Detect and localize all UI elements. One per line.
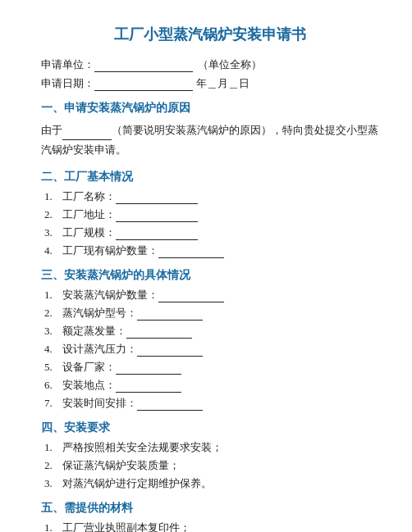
list-num: 3. xyxy=(44,477,62,490)
list-num: 2. xyxy=(44,459,62,472)
section4-list: 1. 严格按照相关安全法规要求安装； 2. 保证蒸汽锅炉安装质量； 3. 对蒸汽… xyxy=(41,440,379,491)
list-text: 工厂地址： xyxy=(62,207,379,222)
list-item: 4. 工厂现有锅炉数量： xyxy=(41,243,379,258)
list-text: 额定蒸发量： xyxy=(62,324,379,339)
list-item: 2. 保证蒸汽锅炉安装质量； xyxy=(41,458,379,473)
list-item: 5. 设备厂家： xyxy=(41,360,379,375)
section1-title: 一、申请安装蒸汽锅炉的原因 xyxy=(41,101,379,116)
section2-list: 1. 工厂名称： 2. 工厂地址： 3. 工厂规模： 4. 工厂现有锅炉数量： xyxy=(41,189,379,258)
list-item: 1. 工厂营业执照副本复印件； xyxy=(41,521,379,532)
install-time-field[interactable] xyxy=(137,397,203,411)
apply-date-row: 申请日期： 年＿月＿日 xyxy=(41,76,379,91)
factory-address-field[interactable] xyxy=(116,208,198,222)
existing-boiler-count-field[interactable] xyxy=(158,244,224,258)
list-num: 1. xyxy=(44,441,62,454)
section4-title: 四、安装要求 xyxy=(41,421,379,435)
list-text: 蒸汽锅炉型号： xyxy=(62,306,379,321)
list-text: 设备厂家： xyxy=(62,360,379,375)
section3-title: 三、安装蒸汽锅炉的具体情况 xyxy=(41,268,379,283)
list-num: 7. xyxy=(44,397,62,410)
list-text: 工厂营业执照副本复印件； xyxy=(62,521,379,532)
apply-date-suffix: 年＿月＿日 xyxy=(196,76,249,91)
list-item: 1. 严格按照相关安全法规要求安装； xyxy=(41,440,379,455)
list-item: 1. 工厂名称： xyxy=(41,189,379,204)
list-text: 安装时间安排： xyxy=(62,396,379,411)
section1-reason-field[interactable] xyxy=(62,120,112,140)
apply-unit-field[interactable] xyxy=(94,58,193,72)
list-num: 1. xyxy=(44,289,62,302)
list-item: 2. 蒸汽锅炉型号： xyxy=(41,306,379,321)
list-text: 保证蒸汽锅炉安装质量； xyxy=(62,458,379,473)
list-num: 6. xyxy=(44,379,62,392)
install-count-field[interactable] xyxy=(158,289,224,302)
section2-title: 二、工厂基本情况 xyxy=(41,170,379,184)
list-item: 4. 设计蒸汽压力： xyxy=(41,342,379,357)
list-text: 安装蒸汽锅炉数量： xyxy=(62,288,379,302)
section5-list: 1. 工厂营业执照副本复印件； 2. 现有锅炉安装许可证复印件； 3. 蒸汽锅炉… xyxy=(41,521,379,532)
rated-evaporation-field[interactable] xyxy=(126,325,192,339)
design-pressure-field[interactable] xyxy=(137,343,203,357)
list-num: 2. xyxy=(44,307,62,320)
list-num: 1. xyxy=(44,190,62,203)
list-text: 工厂现有锅炉数量： xyxy=(62,243,379,258)
list-text: 工厂名称： xyxy=(62,189,379,204)
list-num: 4. xyxy=(44,343,62,356)
list-item: 7. 安装时间安排： xyxy=(41,396,379,411)
section1-paragraph: 由于 （简要说明安装蒸汽锅炉的原因），特向贵处提交小型蒸汽锅炉安装申请。 xyxy=(41,120,379,160)
list-text: 安装地点： xyxy=(62,378,379,393)
list-item: 3. 对蒸汽锅炉进行定期维护保养。 xyxy=(41,476,379,491)
apply-unit-row: 申请单位： （单位全称） xyxy=(41,57,379,72)
list-text: 对蒸汽锅炉进行定期维护保养。 xyxy=(62,476,379,491)
page-title: 工厂小型蒸汽锅炉安装申请书 xyxy=(41,25,379,44)
list-num: 2. xyxy=(44,208,62,221)
list-num: 5. xyxy=(44,361,62,374)
list-item: 3. 工厂规模： xyxy=(41,225,379,240)
list-item: 3. 额定蒸发量： xyxy=(41,324,379,339)
equipment-manufacturer-field[interactable] xyxy=(116,361,181,375)
list-text: 工厂规模： xyxy=(62,225,379,240)
factory-name-field[interactable] xyxy=(116,190,198,204)
section1-text-pre: 由于 xyxy=(41,124,62,136)
list-num: 1. xyxy=(44,521,62,532)
list-item: 1. 安装蒸汽锅炉数量： xyxy=(41,288,379,302)
list-num: 3. xyxy=(44,325,62,338)
apply-date-field[interactable] xyxy=(94,77,193,91)
install-location-field[interactable] xyxy=(116,379,181,393)
list-num: 3. xyxy=(44,226,62,239)
apply-date-label: 申请日期： xyxy=(41,76,94,91)
factory-scale-field[interactable] xyxy=(116,226,198,240)
apply-unit-label: 申请单位： xyxy=(41,57,94,72)
list-text: 设计蒸汽压力： xyxy=(62,342,379,357)
list-num: 4. xyxy=(44,244,62,257)
list-item: 2. 工厂地址： xyxy=(41,207,379,222)
section3-list: 1. 安装蒸汽锅炉数量： 2. 蒸汽锅炉型号： 3. 额定蒸发量： 4. 设计蒸… xyxy=(41,288,379,411)
apply-unit-hint: （单位全称） xyxy=(198,57,262,72)
list-item: 6. 安装地点： xyxy=(41,378,379,393)
section5-title: 五、需提供的材料 xyxy=(41,501,379,516)
list-text: 严格按照相关安全法规要求安装； xyxy=(62,440,379,455)
boiler-model-field[interactable] xyxy=(137,307,203,321)
